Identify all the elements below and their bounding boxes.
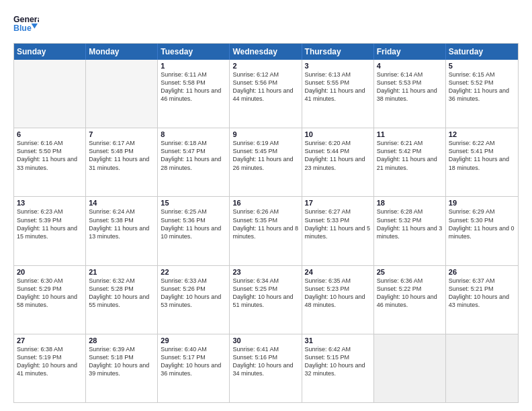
svg-marker-2	[32, 24, 38, 29]
calendar-cell: 7Sunrise: 6:17 AM Sunset: 5:48 PM Daylig…	[86, 128, 158, 196]
day-number: 13	[17, 199, 83, 207]
cell-info: Sunrise: 6:14 AM Sunset: 5:53 PM Dayligh…	[377, 71, 443, 103]
logo: General Blue	[13, 11, 39, 36]
day-number: 3	[305, 62, 371, 70]
day-number: 19	[449, 199, 515, 207]
day-number: 10	[305, 130, 371, 138]
cell-info: Sunrise: 6:40 AM Sunset: 5:17 PM Dayligh…	[161, 345, 226, 378]
day-number: 27	[17, 336, 83, 345]
day-number: 4	[377, 62, 443, 70]
day-number: 17	[305, 199, 371, 207]
calendar-cell: 5Sunrise: 6:15 AM Sunset: 5:52 PM Daylig…	[446, 60, 518, 128]
calendar-body: 1Sunrise: 6:11 AM Sunset: 5:58 PM Daylig…	[14, 60, 518, 402]
cell-info: Sunrise: 6:37 AM Sunset: 5:21 PM Dayligh…	[449, 277, 515, 310]
cell-info: Sunrise: 6:13 AM Sunset: 5:55 PM Dayligh…	[305, 71, 371, 103]
cell-info: Sunrise: 6:26 AM Sunset: 5:35 PM Dayligh…	[232, 208, 298, 240]
calendar-cell: 15Sunrise: 6:25 AM Sunset: 5:36 PM Dayli…	[158, 197, 230, 265]
day-number: 31	[305, 336, 371, 345]
day-number: 9	[232, 130, 298, 138]
cell-info: Sunrise: 6:38 AM Sunset: 5:19 PM Dayligh…	[17, 345, 83, 378]
calendar-cell: 26Sunrise: 6:37 AM Sunset: 5:21 PM Dayli…	[446, 266, 518, 334]
calendar-cell: 4Sunrise: 6:14 AM Sunset: 5:53 PM Daylig…	[374, 60, 446, 128]
day-number: 5	[449, 62, 515, 70]
header: General Blue	[13, 11, 519, 36]
calendar-cell: 1Sunrise: 6:11 AM Sunset: 5:58 PM Daylig…	[158, 60, 230, 128]
day-number: 15	[161, 199, 226, 207]
header-day-monday: Monday	[86, 44, 158, 60]
calendar-cell: 6Sunrise: 6:16 AM Sunset: 5:50 PM Daylig…	[14, 128, 86, 196]
cell-info: Sunrise: 6:29 AM Sunset: 5:30 PM Dayligh…	[449, 208, 515, 240]
svg-text:General: General	[13, 15, 39, 24]
svg-text:Blue: Blue	[13, 24, 32, 33]
day-number: 24	[305, 268, 371, 276]
calendar-cell: 27Sunrise: 6:38 AM Sunset: 5:19 PM Dayli…	[14, 334, 86, 402]
cell-info: Sunrise: 6:19 AM Sunset: 5:45 PM Dayligh…	[232, 139, 298, 172]
calendar-cell: 13Sunrise: 6:23 AM Sunset: 5:39 PM Dayli…	[14, 197, 86, 265]
calendar-cell: 20Sunrise: 6:30 AM Sunset: 5:29 PM Dayli…	[14, 266, 86, 334]
cell-info: Sunrise: 6:11 AM Sunset: 5:58 PM Dayligh…	[161, 71, 226, 103]
header-day-thursday: Thursday	[302, 44, 374, 60]
calendar-cell: 19Sunrise: 6:29 AM Sunset: 5:30 PM Dayli…	[446, 197, 518, 265]
cell-info: Sunrise: 6:32 AM Sunset: 5:28 PM Dayligh…	[89, 277, 154, 310]
cell-info: Sunrise: 6:35 AM Sunset: 5:23 PM Dayligh…	[305, 277, 371, 310]
calendar-cell: 25Sunrise: 6:36 AM Sunset: 5:22 PM Dayli…	[374, 266, 446, 334]
header-day-tuesday: Tuesday	[158, 44, 230, 60]
calendar-cell: 12Sunrise: 6:22 AM Sunset: 5:41 PM Dayli…	[446, 128, 518, 196]
calendar-row-1: 6Sunrise: 6:16 AM Sunset: 5:50 PM Daylig…	[14, 128, 518, 196]
day-number: 7	[89, 130, 154, 138]
cell-info: Sunrise: 6:41 AM Sunset: 5:16 PM Dayligh…	[232, 345, 298, 378]
cell-info: Sunrise: 6:36 AM Sunset: 5:22 PM Dayligh…	[377, 277, 443, 310]
calendar-cell: 30Sunrise: 6:41 AM Sunset: 5:16 PM Dayli…	[230, 334, 302, 402]
calendar-cell	[446, 334, 518, 402]
day-number: 26	[449, 268, 515, 276]
header-day-wednesday: Wednesday	[230, 44, 302, 60]
header-day-saturday: Saturday	[446, 44, 518, 60]
day-number: 28	[89, 336, 154, 345]
cell-info: Sunrise: 6:33 AM Sunset: 5:26 PM Dayligh…	[161, 277, 226, 310]
cell-info: Sunrise: 6:15 AM Sunset: 5:52 PM Dayligh…	[449, 71, 515, 103]
day-number: 16	[232, 199, 298, 207]
calendar-cell: 29Sunrise: 6:40 AM Sunset: 5:17 PM Dayli…	[158, 334, 230, 402]
day-number: 30	[232, 336, 298, 345]
cell-info: Sunrise: 6:25 AM Sunset: 5:36 PM Dayligh…	[161, 208, 226, 240]
calendar-cell: 24Sunrise: 6:35 AM Sunset: 5:23 PM Dayli…	[302, 266, 374, 334]
header-day-sunday: Sunday	[14, 44, 86, 60]
calendar-header: SundayMondayTuesdayWednesdayThursdayFrid…	[14, 44, 518, 60]
calendar-cell	[14, 60, 86, 128]
day-number: 20	[17, 268, 83, 276]
day-number: 18	[377, 199, 443, 207]
day-number: 25	[377, 268, 443, 276]
cell-info: Sunrise: 6:21 AM Sunset: 5:42 PM Dayligh…	[377, 139, 443, 172]
calendar-cell	[374, 334, 446, 402]
cell-info: Sunrise: 6:17 AM Sunset: 5:48 PM Dayligh…	[89, 139, 154, 172]
calendar-cell: 16Sunrise: 6:26 AM Sunset: 5:35 PM Dayli…	[230, 197, 302, 265]
calendar-cell: 22Sunrise: 6:33 AM Sunset: 5:26 PM Dayli…	[158, 266, 230, 334]
cell-info: Sunrise: 6:12 AM Sunset: 5:56 PM Dayligh…	[232, 71, 298, 103]
calendar: SundayMondayTuesdayWednesdayThursdayFrid…	[13, 43, 519, 403]
cell-info: Sunrise: 6:34 AM Sunset: 5:25 PM Dayligh…	[232, 277, 298, 310]
cell-info: Sunrise: 6:42 AM Sunset: 5:15 PM Dayligh…	[305, 345, 371, 378]
calendar-row-3: 20Sunrise: 6:30 AM Sunset: 5:29 PM Dayli…	[14, 265, 518, 334]
logo-icon: General Blue	[13, 11, 39, 36]
calendar-cell: 18Sunrise: 6:28 AM Sunset: 5:32 PM Dayli…	[374, 197, 446, 265]
cell-info: Sunrise: 6:39 AM Sunset: 5:18 PM Dayligh…	[89, 345, 154, 378]
calendar-cell: 10Sunrise: 6:20 AM Sunset: 5:44 PM Dayli…	[302, 128, 374, 196]
calendar-row-0: 1Sunrise: 6:11 AM Sunset: 5:58 PM Daylig…	[14, 60, 518, 128]
day-number: 12	[449, 130, 515, 138]
cell-info: Sunrise: 6:20 AM Sunset: 5:44 PM Dayligh…	[305, 139, 371, 172]
calendar-cell: 17Sunrise: 6:27 AM Sunset: 5:33 PM Dayli…	[302, 197, 374, 265]
calendar-cell: 9Sunrise: 6:19 AM Sunset: 5:45 PM Daylig…	[230, 128, 302, 196]
cell-info: Sunrise: 6:30 AM Sunset: 5:29 PM Dayligh…	[17, 277, 83, 310]
calendar-cell: 3Sunrise: 6:13 AM Sunset: 5:55 PM Daylig…	[302, 60, 374, 128]
cell-info: Sunrise: 6:28 AM Sunset: 5:32 PM Dayligh…	[377, 208, 443, 240]
day-number: 8	[161, 130, 226, 138]
cell-info: Sunrise: 6:23 AM Sunset: 5:39 PM Dayligh…	[17, 208, 83, 240]
day-number: 14	[89, 199, 154, 207]
calendar-row-4: 27Sunrise: 6:38 AM Sunset: 5:19 PM Dayli…	[14, 334, 518, 402]
calendar-cell: 23Sunrise: 6:34 AM Sunset: 5:25 PM Dayli…	[230, 266, 302, 334]
day-number: 1	[161, 62, 226, 70]
page: General Blue SundayMondayTuesdayWednesda…	[0, 0, 532, 411]
day-number: 21	[89, 268, 154, 276]
day-number: 23	[232, 268, 298, 276]
calendar-cell: 11Sunrise: 6:21 AM Sunset: 5:42 PM Dayli…	[374, 128, 446, 196]
